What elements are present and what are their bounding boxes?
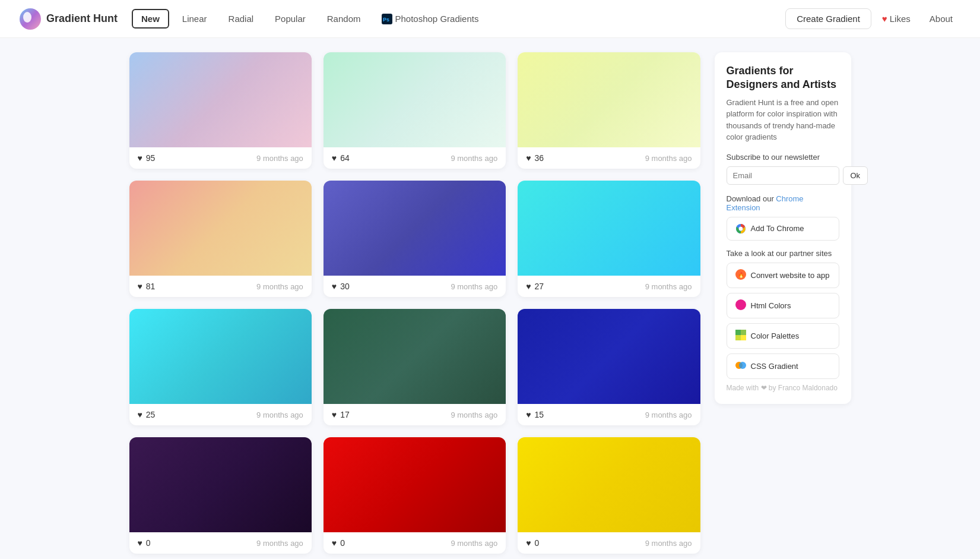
about-button[interactable]: About xyxy=(921,10,961,27)
card-footer: ♥259 months ago xyxy=(129,404,312,425)
card-likes: ♥64 xyxy=(332,153,350,163)
gradient-card[interactable]: ♥959 months ago xyxy=(129,52,312,169)
partner-btn-1[interactable]: Html Colors xyxy=(727,293,839,318)
nav-random[interactable]: Random xyxy=(319,10,369,27)
partner-label: Html Colors xyxy=(751,301,791,310)
svg-point-14 xyxy=(739,362,746,369)
ps-label: Photoshop Gradients xyxy=(395,14,478,24)
card-time: 9 months ago xyxy=(645,410,692,419)
nav-linear[interactable]: Linear xyxy=(174,10,215,27)
gradient-swatch xyxy=(129,309,312,404)
gradient-card[interactable]: ♥279 months ago xyxy=(518,181,700,297)
gradient-swatch xyxy=(324,309,506,404)
newsletter-row: Ok xyxy=(727,166,839,185)
ok-button[interactable]: Ok xyxy=(843,166,868,185)
partner-btn-0[interactable]: 🔥Convert website to app xyxy=(727,263,839,288)
chrome-ext-text: Download our Chrome Extension xyxy=(727,194,839,212)
partner-icon xyxy=(735,360,746,372)
nav-radial[interactable]: Radial xyxy=(220,10,262,27)
card-likes: ♥30 xyxy=(332,282,350,291)
gradient-card[interactable]: ♥819 months ago xyxy=(129,181,312,297)
gradient-card[interactable]: ♥309 months ago xyxy=(324,181,506,297)
likes-count: 95 xyxy=(146,153,156,163)
content-wrapper: ♥959 months ago♥649 months ago♥369 month… xyxy=(110,38,870,559)
gradient-card[interactable]: ♥159 months ago xyxy=(518,309,700,425)
svg-text:🔥: 🔥 xyxy=(738,271,745,279)
heart-icon: ♥ xyxy=(138,282,142,291)
heart-icon: ♥ xyxy=(138,153,142,163)
card-likes: ♥27 xyxy=(526,282,544,291)
card-likes: ♥0 xyxy=(332,538,345,548)
gradient-card[interactable]: ♥09 months ago xyxy=(518,437,700,554)
likes-count: 0 xyxy=(340,538,345,548)
card-time: 9 months ago xyxy=(256,410,303,419)
gradient-card[interactable]: ♥649 months ago xyxy=(324,52,506,169)
svg-point-8 xyxy=(735,299,746,310)
card-time: 9 months ago xyxy=(645,154,692,163)
made-with: Made with ❤ by Franco Maldonado xyxy=(727,384,839,392)
card-likes: ♥0 xyxy=(526,538,539,548)
card-time: 9 months ago xyxy=(256,282,303,291)
card-time: 9 months ago xyxy=(256,539,303,548)
card-footer: ♥159 months ago xyxy=(518,404,700,425)
sidebar: Gradients for Designers and Artists Grad… xyxy=(715,52,851,554)
card-time: 9 months ago xyxy=(451,410,497,419)
nav-ps-gradients[interactable]: Ps Photoshop Gradients xyxy=(373,10,487,28)
heart-icon: ♥ xyxy=(332,410,337,419)
email-input[interactable] xyxy=(727,166,839,185)
gradient-card[interactable]: ♥259 months ago xyxy=(129,309,312,425)
likes-count: 0 xyxy=(534,538,539,548)
card-likes: ♥15 xyxy=(526,410,544,419)
likes-count: 17 xyxy=(340,410,350,419)
gradient-swatch xyxy=(518,309,700,404)
likes-count: 25 xyxy=(146,410,156,419)
likes-button[interactable]: ♥ Likes xyxy=(876,10,916,27)
nav-popular[interactable]: Popular xyxy=(267,10,314,27)
sidebar-desc: Gradient Hunt is a free and open platfor… xyxy=(727,97,839,143)
card-footer: ♥959 months ago xyxy=(129,147,312,169)
nav-new[interactable]: New xyxy=(132,9,169,29)
create-gradient-button[interactable]: Create Gradient xyxy=(785,8,871,29)
heart-icon: ♥ xyxy=(882,14,887,24)
likes-count: 0 xyxy=(146,538,151,548)
svg-rect-10 xyxy=(741,330,746,335)
card-footer: ♥09 months ago xyxy=(518,532,700,554)
partner-icon xyxy=(735,330,746,342)
gradient-swatch xyxy=(518,437,700,532)
heart-icon: ♥ xyxy=(138,410,142,419)
card-time: 9 months ago xyxy=(645,282,692,291)
partner-icon xyxy=(735,299,746,312)
svg-rect-11 xyxy=(735,335,741,340)
gradient-card[interactable]: ♥179 months ago xyxy=(324,309,506,425)
chrome-ext-link[interactable]: Chrome Extension xyxy=(727,194,804,212)
logo[interactable]: Gradient Hunt xyxy=(19,8,118,30)
card-footer: ♥369 months ago xyxy=(518,147,700,169)
add-to-chrome-button[interactable]: Add To Chrome xyxy=(727,217,839,241)
partner-btn-3[interactable]: CSS Gradient xyxy=(727,353,839,379)
card-time: 9 months ago xyxy=(451,154,497,163)
heart-icon: ♥ xyxy=(526,282,531,291)
likes-count: 81 xyxy=(146,282,156,291)
gradient-card[interactable]: ♥369 months ago xyxy=(518,52,700,169)
partner-label: Convert website to app xyxy=(751,271,830,280)
photoshop-icon: Ps xyxy=(382,14,392,24)
logo-text: Gradient Hunt xyxy=(46,12,118,25)
gradient-swatch xyxy=(129,437,312,532)
likes-label: Likes xyxy=(890,14,911,24)
gradient-card[interactable]: ♥09 months ago xyxy=(129,437,312,554)
likes-count: 30 xyxy=(340,282,350,291)
heart-icon: ♥ xyxy=(526,538,531,548)
svg-point-1 xyxy=(23,12,31,23)
heart-icon: ♥ xyxy=(332,153,337,163)
card-footer: ♥09 months ago xyxy=(324,532,506,554)
gradient-swatch xyxy=(324,437,506,532)
gradient-swatch xyxy=(518,181,700,276)
card-time: 9 months ago xyxy=(256,154,303,163)
heart-icon: ♥ xyxy=(526,153,531,163)
likes-count: 36 xyxy=(534,153,544,163)
partner-btn-2[interactable]: Color Palettes xyxy=(727,323,839,349)
gradient-card[interactable]: ♥09 months ago xyxy=(324,437,506,554)
add-chrome-label: Add To Chrome xyxy=(751,224,804,233)
svg-text:Ps: Ps xyxy=(383,17,389,23)
card-time: 9 months ago xyxy=(451,282,497,291)
